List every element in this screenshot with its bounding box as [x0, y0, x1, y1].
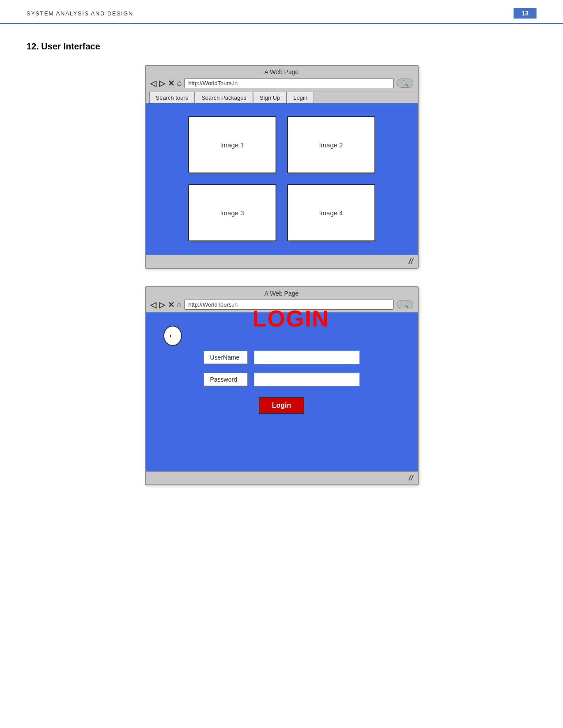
- back-arrow-icon: ←: [168, 330, 178, 341]
- username-row: UserName: [204, 350, 360, 364]
- back-button-1[interactable]: ◁: [150, 79, 156, 88]
- password-input[interactable]: [254, 372, 360, 387]
- section-title: 12. User Interface: [26, 41, 537, 52]
- browser-statusbar-1: //: [146, 255, 418, 268]
- browser-toolbar-1: ◁ ▷ ✕ ⌂ http://WorldTours.in 🔍: [146, 76, 418, 91]
- stop-button-1[interactable]: ✕: [168, 79, 174, 88]
- browser-statusbar-2: //: [146, 471, 418, 484]
- login-submit-button[interactable]: Login: [259, 397, 305, 414]
- page-number: 13: [514, 8, 537, 19]
- home-button-2[interactable]: ⌂: [177, 300, 182, 309]
- login-form: UserName Password Login: [163, 350, 400, 414]
- forward-button-1[interactable]: ▷: [159, 79, 165, 88]
- password-row: Password: [204, 372, 360, 387]
- browser-search-btn-1[interactable]: 🔍: [397, 79, 413, 88]
- image-4: Image 4: [287, 184, 375, 241]
- search-icon-2: 🔍: [401, 301, 408, 308]
- image-3: Image 3: [188, 184, 276, 241]
- forward-button-2[interactable]: ▷: [159, 300, 165, 310]
- login-back-button[interactable]: ←: [163, 326, 182, 346]
- username-label: UserName: [204, 351, 248, 364]
- search-icon-1: 🔍: [401, 80, 408, 86]
- login-content: ← LOGIN UserName Password Login: [146, 312, 418, 471]
- back-button-2[interactable]: ◁: [150, 300, 156, 310]
- browser-title-bar-1: A Web Page: [146, 66, 418, 76]
- image-1: Image 1: [188, 116, 276, 173]
- tab-login[interactable]: Login: [287, 92, 314, 103]
- home-button-1[interactable]: ⌂: [177, 79, 182, 88]
- page-header: SYSTEM ANALYSIS AND DESIGN 13: [0, 0, 563, 24]
- browser-title-bar-2: A Web Page: [146, 287, 418, 298]
- login-title: LOGIN: [182, 305, 400, 332]
- tab-search-tours[interactable]: Search tours: [149, 92, 195, 103]
- username-input[interactable]: [254, 350, 360, 364]
- image-2: Image 2: [287, 116, 375, 173]
- statusbar-icon-2: //: [408, 473, 413, 482]
- password-label: Password: [204, 373, 248, 386]
- header-title: SYSTEM ANALYSIS AND DESIGN: [26, 10, 133, 17]
- tab-sign-up[interactable]: Sign Up: [253, 92, 287, 103]
- address-bar-1[interactable]: http://WorldTours.in: [184, 78, 393, 88]
- browser-mockup-1: A Web Page ◁ ▷ ✕ ⌂ http://WorldTours.in …: [145, 65, 419, 269]
- browser-mockup-2: A Web Page ◁ ▷ ✕ ⌂ http://WorldTours.in …: [145, 286, 419, 485]
- browser-content-1: Image 1 Image 2 Image 3 Image 4: [146, 103, 418, 255]
- browser-nav-tabs-1: Search tours Search Packages Sign Up Log…: [146, 91, 418, 103]
- stop-button-2[interactable]: ✕: [168, 300, 174, 310]
- statusbar-icon-1: //: [408, 257, 413, 266]
- tab-search-packages[interactable]: Search Packages: [195, 92, 253, 103]
